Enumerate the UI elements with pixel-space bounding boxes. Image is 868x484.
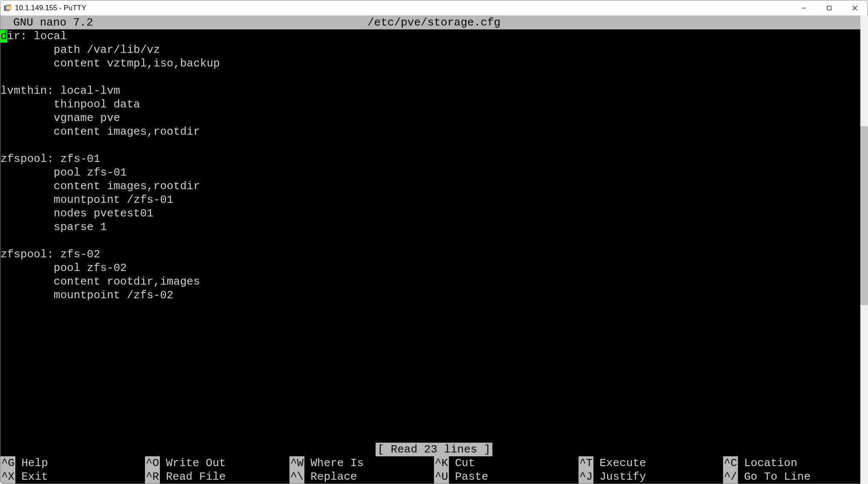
help-label: Replace bbox=[310, 470, 357, 484]
line-17: zfspool: zfs-02 bbox=[0, 248, 100, 261]
nano-filename: /etc/pve/storage.cfg bbox=[367, 16, 501, 29]
window-title: 10.1.149.155 - PuTTY bbox=[15, 4, 86, 12]
help-key: ^/ bbox=[723, 470, 738, 484]
help-label: Cut bbox=[455, 456, 475, 470]
help-item-help: ^GHelp bbox=[0, 456, 145, 470]
titlebar[interactable]: 10.1.149.155 - PuTTY bbox=[0, 0, 868, 16]
window-controls bbox=[791, 0, 868, 15]
line-11: pool zfs-01 bbox=[0, 166, 127, 179]
line-12: content images,rootdir bbox=[0, 180, 200, 193]
line-2: path /var/lib/vz bbox=[0, 43, 160, 56]
help-item-exit: ^XExit bbox=[0, 470, 145, 484]
status-message: [ Read 23 lines ] bbox=[376, 443, 492, 456]
line-7: vgname pve bbox=[0, 112, 120, 124]
help-key: ^R bbox=[145, 470, 160, 484]
help-item-location: ^CLocation bbox=[723, 456, 868, 470]
help-item-replace: ^\Replace bbox=[289, 470, 434, 484]
help-label: Exit bbox=[21, 470, 48, 484]
line-8: content images,rootdir bbox=[0, 125, 200, 138]
help-label: Paste bbox=[455, 470, 488, 484]
help-label: Location bbox=[744, 456, 797, 470]
line-6: thinpool data bbox=[0, 98, 140, 111]
line-14: nodes pvetest01 bbox=[0, 207, 153, 220]
help-key: ^\ bbox=[289, 470, 304, 484]
help-key: ^G bbox=[0, 456, 15, 470]
help-label: Where Is bbox=[310, 456, 364, 470]
help-label: Execute bbox=[599, 456, 646, 470]
svg-rect-4 bbox=[827, 6, 831, 10]
help-label: Go To Line bbox=[744, 470, 810, 484]
help-label: Help bbox=[21, 456, 48, 470]
scrollbar[interactable] bbox=[860, 15, 868, 484]
line-10: zfspool: zfs-01 bbox=[0, 153, 100, 165]
minimize-icon bbox=[801, 6, 806, 11]
help-item-gotoline: ^/Go To Line bbox=[723, 470, 868, 484]
line-18: pool zfs-02 bbox=[0, 262, 127, 274]
minimize-button[interactable] bbox=[791, 0, 816, 16]
help-item-justify: ^JJustify bbox=[579, 470, 723, 484]
help-key: ^O bbox=[145, 456, 160, 470]
terminal[interactable]: GNU nano 7.2 /etc/pve/storage.cfg dir: l… bbox=[0, 16, 868, 484]
help-key: ^X bbox=[0, 470, 15, 484]
help-label: Read File bbox=[166, 470, 226, 484]
help-item-cut: ^KCut bbox=[434, 456, 579, 470]
help-key: ^W bbox=[289, 456, 304, 470]
line-19: content rootdir,images bbox=[0, 275, 200, 288]
maximize-button[interactable] bbox=[816, 0, 842, 16]
putty-icon bbox=[4, 4, 12, 12]
help-key: ^K bbox=[434, 456, 449, 470]
help-item-readfile: ^RRead File bbox=[145, 470, 289, 484]
maximize-icon bbox=[827, 6, 832, 11]
help-bar: ^GHelp ^OWrite Out ^WWhere Is ^KCut ^TEx… bbox=[0, 456, 868, 484]
help-key: ^C bbox=[723, 456, 738, 470]
help-item-writeout: ^OWrite Out bbox=[145, 456, 289, 470]
help-key: ^U bbox=[434, 470, 449, 484]
nano-header: GNU nano 7.2 /etc/pve/storage.cfg bbox=[0, 16, 868, 29]
help-item-whereis: ^WWhere Is bbox=[289, 456, 434, 470]
putty-window: 10.1.149.155 - PuTTY GNU nano 7.2 /etc/p… bbox=[0, 0, 868, 484]
line-13: mountpoint /zfs-01 bbox=[0, 193, 174, 206]
line-20: mountpoint /zfs-02 bbox=[0, 289, 174, 302]
close-button[interactable] bbox=[842, 0, 868, 16]
help-item-execute: ^TExecute bbox=[579, 456, 723, 470]
line-15: sparse 1 bbox=[0, 221, 107, 233]
line-3: content vztmpl,iso,backup bbox=[0, 57, 220, 70]
status-line: [ Read 23 lines ] bbox=[0, 443, 868, 456]
help-label: Write Out bbox=[166, 456, 226, 470]
help-key: ^J bbox=[579, 470, 593, 484]
scrollbar-thumb[interactable] bbox=[860, 126, 868, 305]
help-item-paste: ^UPaste bbox=[434, 470, 579, 484]
line-1: ir: local bbox=[7, 30, 67, 43]
line-5: lvmthin: local-lvm bbox=[0, 84, 120, 97]
help-label: Justify bbox=[599, 470, 646, 484]
close-icon bbox=[852, 6, 857, 11]
cursor: d bbox=[0, 30, 7, 43]
svg-rect-2 bbox=[7, 5, 11, 6]
help-key: ^T bbox=[579, 456, 593, 470]
nano-version: GNU nano 7.2 bbox=[13, 16, 93, 29]
editor-content[interactable]: dir: local path /var/lib/vz content vztm… bbox=[0, 29, 868, 302]
